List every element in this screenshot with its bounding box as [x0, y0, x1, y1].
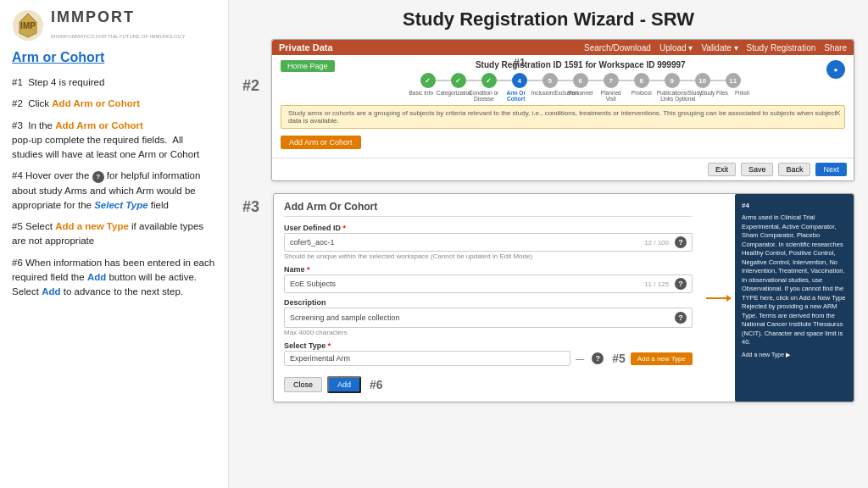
select-type-field: Select Type * Experimental Arm — ? #5 Ad…	[284, 341, 693, 366]
nav-search[interactable]: Search/Download	[584, 43, 651, 53]
instruction-3: #3 In the Add Arm or Cohortpop-up comple…	[12, 119, 216, 163]
add-highlight-1: Add	[87, 272, 106, 282]
app-topbar: Private Data Search/Download Upload ▾ Va…	[272, 40, 854, 55]
logo-sub: BIOINFORMATICS FOR THE FUTURE OF IMMUNOL…	[51, 34, 185, 39]
bottom-app-screenshot: Add Arm Or Cohort User Defined ID * cofe…	[273, 193, 854, 402]
instruction-2: #2 Click Add Arm or Cohort	[12, 97, 216, 111]
minus-icon: —	[576, 354, 584, 363]
add-new-type-highlight: Add a new Type	[55, 221, 129, 231]
step-5: 5	[542, 73, 558, 88]
info-box: Study arms or cohorts are a grouping of …	[281, 105, 845, 129]
user-defined-id-field: User Defined ID * cofer5_aoc-1 12 / 100 …	[284, 224, 693, 260]
info-close-icon[interactable]: ✕	[834, 108, 841, 118]
main-title: Study Registration Wizard - SRW	[242, 8, 854, 30]
close-btn[interactable]: Close	[284, 377, 322, 392]
reg-id-text: Study Registration ID 1591 for Workspace…	[476, 60, 686, 69]
step-labels: Basic Info Categorization Condition or D…	[406, 90, 755, 102]
arrow-icon	[706, 291, 732, 305]
popup-form: Add Arm Or Cohort User Defined ID * cofe…	[274, 194, 703, 402]
tooltip-box: #4 Arms used in Clinical Trial Experimen…	[735, 194, 854, 402]
step-9: 9	[665, 73, 680, 88]
steps-row: ✓ ✓ ✓ 4 #1 5	[420, 73, 741, 88]
top-app-screenshot: Private Data Search/Download Upload ▾ Va…	[271, 39, 854, 181]
name-value: EoE Subjects	[290, 280, 336, 288]
arm-cohort-link[interactable]: Arm or Cohort	[12, 50, 216, 65]
nav-study-reg[interactable]: Study Registration	[747, 43, 816, 53]
step-1: ✓	[420, 73, 436, 88]
description-field: Description Screening and sample collect…	[284, 298, 693, 336]
name-field: Name * EoE Subjects 11 / 125 ?	[284, 265, 693, 293]
add-arm-cohort-btn[interactable]: Add Arm or Cohort	[281, 136, 361, 149]
nav-validate[interactable]: Validate ▾	[701, 43, 737, 53]
left-instructions: #1 Step 4 is required #2 Click Add Arm o…	[12, 75, 216, 306]
arrow-area	[703, 291, 735, 305]
user-defined-id-value: cofer5_aoc-1	[290, 238, 335, 247]
home-page-btn[interactable]: Home Page	[281, 60, 335, 72]
instruction-6: #6 When information has been entered in …	[12, 256, 216, 300]
add-btn[interactable]: Add	[327, 376, 361, 393]
badge-5: #5	[612, 352, 626, 365]
logo-text: IMMPORT	[51, 8, 185, 26]
uid-help-icon[interactable]: ?	[675, 236, 687, 248]
step-4: 4	[512, 73, 527, 88]
topbar-nav: Search/Download Upload ▾ Validate ▾ Stud…	[584, 43, 847, 53]
step-7: 7	[604, 73, 619, 88]
name-help-icon[interactable]: ?	[675, 278, 687, 290]
instruction-5: #5 Select Add a new Type if available ty…	[12, 219, 216, 249]
add-new-type-btn[interactable]: Add a new Type	[631, 352, 693, 365]
svg-text:IMP: IMP	[20, 21, 36, 30]
next-btn[interactable]: Next	[815, 163, 847, 176]
step-3: ✓	[481, 73, 497, 88]
top-app-action-row: Exit Save Back Next	[272, 158, 854, 180]
step-8: 8	[634, 73, 649, 88]
topbar-title: Private Data	[279, 42, 333, 53]
svg-marker-4	[726, 295, 732, 302]
immport-logo-icon: IMP	[12, 9, 44, 42]
popup-title: Add Arm Or Cohort	[284, 201, 693, 217]
left-panel: IMP IMMPORT BIOINFORMATICS FOR THE FUTUR…	[0, 0, 229, 488]
badge-3: #3	[242, 193, 266, 216]
add-highlight-2: Add	[42, 286, 60, 297]
save-btn[interactable]: Save	[741, 163, 774, 176]
logo-area: IMP IMMPORT BIOINFORMATICS FOR THE FUTUR…	[12, 8, 216, 42]
step-11: 11	[726, 73, 741, 88]
select-type-value: Experimental Arm	[290, 354, 350, 363]
app-body-top: Home Page Study Registration ID 1591 for…	[272, 55, 854, 158]
step-6: 6	[573, 73, 588, 88]
tooltip-text: Arms used in Clinical Trial Experimental…	[742, 214, 847, 347]
help-icon: ?	[92, 171, 104, 183]
badge-4: #4	[742, 201, 847, 210]
badge-1: #1	[514, 56, 526, 69]
type-help-icon[interactable]: ?	[592, 352, 604, 364]
step-10: 10	[695, 73, 710, 88]
instruction-1: #1 Step 4 is required	[12, 75, 216, 90]
add-arm-cohort-highlight-1: Add Arm or Cohort	[52, 98, 140, 108]
back-btn[interactable]: Back	[778, 163, 810, 176]
badge-6: #6	[370, 378, 383, 391]
select-type-highlight: Select Type	[94, 200, 148, 210]
badge-2: #2	[242, 39, 266, 95]
desc-help-icon[interactable]: ?	[675, 312, 687, 324]
description-value: Screening and sample collection	[290, 313, 400, 322]
nav-share[interactable]: Share	[824, 43, 847, 53]
add-new-type-tooltip-btn[interactable]: Add a new Type ▶	[742, 351, 847, 359]
bottom-section: #3 Add Arm Or Cohort User Defined ID * c…	[242, 193, 854, 402]
exit-btn[interactable]: Exit	[708, 163, 736, 176]
add-arm-cohort-highlight-2: Add Arm or Cohort	[55, 120, 143, 130]
instruction-4: #4 Hover over the ? for helpful informat…	[12, 169, 216, 213]
popup-bottom-row: Close Add #6	[284, 371, 693, 395]
info-text: Study arms or cohorts are a grouping of …	[288, 109, 837, 125]
nav-upload[interactable]: Upload ▾	[659, 43, 693, 53]
right-panel: Study Registration Wizard - SRW #2 Priva…	[229, 0, 868, 488]
top-right-circle: ●	[826, 60, 845, 79]
step-2: ✓	[451, 73, 466, 88]
